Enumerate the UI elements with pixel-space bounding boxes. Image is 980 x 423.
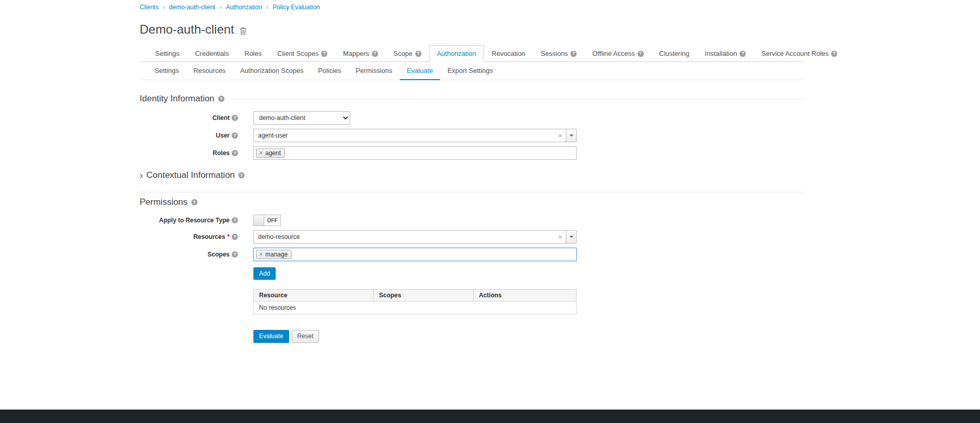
tab-label: Authorization (437, 50, 476, 57)
tab-label: Installation (705, 50, 737, 57)
column-header-actions: Actions (474, 290, 577, 301)
tab-roles[interactable]: Roles (237, 45, 269, 62)
tab-settings[interactable]: Settings (147, 45, 187, 62)
empty-row-cell: No resources (254, 301, 577, 314)
client-select[interactable]: demo-auth-client (253, 111, 350, 125)
tab-label: Mappers (343, 50, 369, 57)
tab-label: Service Account Roles (761, 50, 828, 57)
tab-label: Credentials (195, 50, 229, 57)
tab-scope[interactable]: Scope (386, 45, 429, 62)
help-icon[interactable] (232, 150, 238, 156)
help-icon[interactable] (232, 132, 238, 139)
add-button[interactable]: Add (253, 267, 276, 280)
help-icon[interactable] (372, 51, 378, 57)
evaluate-button[interactable]: Evaluate (253, 330, 289, 342)
help-icon[interactable] (570, 51, 577, 57)
subtab-resources[interactable]: Resources (186, 62, 233, 80)
tab-label: Clustering (659, 50, 690, 57)
apply-to-resource-type-row: Apply to Resource Type OFF (140, 215, 803, 226)
help-icon[interactable] (232, 115, 238, 121)
apply-to-resource-type-label: Apply to Resource Type (140, 217, 238, 224)
results-table: ResourceScopesActions No resources (253, 289, 577, 314)
remove-tag-icon[interactable] (259, 251, 263, 258)
breadcrumb-link-authorization[interactable]: Authorization (226, 4, 262, 11)
resources-field-row: Resources * demo-resource (140, 230, 803, 244)
help-icon[interactable] (321, 51, 327, 57)
user-label-text: User (216, 132, 230, 139)
help-icon[interactable] (232, 251, 238, 258)
main-tabs: SettingsCredentialsRolesClient ScopesMap… (140, 45, 803, 62)
help-icon[interactable] (191, 199, 198, 205)
column-header-scopes: Scopes (374, 290, 474, 301)
apply-to-resource-type-toggle[interactable]: OFF (253, 215, 281, 226)
help-icon[interactable] (740, 51, 746, 57)
subtab-evaluate[interactable]: Evaluate (400, 62, 441, 80)
tab-offline-access[interactable]: Offline Access (584, 45, 651, 62)
user-select[interactable]: agent-user (253, 129, 577, 142)
tab-label: Client Scopes (277, 50, 319, 57)
column-header-resource: Resource (254, 290, 374, 301)
empty-row: No resources (254, 301, 577, 314)
tag-manage: manage (256, 250, 292, 259)
help-icon[interactable] (638, 51, 644, 57)
subtab-settings[interactable]: Settings (147, 62, 186, 80)
contextual-section-title: Contextual Information (146, 170, 235, 180)
help-icon[interactable] (238, 172, 245, 178)
tab-authorization[interactable]: Authorization (429, 45, 484, 62)
user-dropdown-button[interactable] (566, 129, 576, 142)
toggle-handle[interactable] (254, 215, 264, 225)
remove-tag-icon[interactable] (259, 150, 263, 156)
results-table-body: No resources (254, 301, 577, 314)
resources-dropdown-button[interactable] (566, 231, 576, 243)
apply-to-resource-type-control: OFF (253, 215, 281, 226)
scopes-tag-input[interactable]: manage (253, 248, 577, 261)
subtab-permissions[interactable]: Permissions (349, 62, 400, 80)
contextual-section-header[interactable]: Contextual Information (140, 170, 803, 180)
resources-select[interactable]: demo-resource (253, 230, 577, 244)
scopes-label: Scopes (140, 251, 238, 258)
identity-section-title: Identity Information (140, 94, 215, 104)
reset-button[interactable]: Reset (292, 330, 319, 342)
results-table-head: ResourceScopesActions (254, 290, 577, 301)
clear-selection-icon[interactable] (558, 132, 562, 139)
help-icon[interactable] (831, 51, 837, 57)
content-area: Clientsdemo-auth-clientAuthorizationPoli… (140, 0, 803, 343)
breadcrumb-separator (163, 3, 165, 11)
clear-selection-icon[interactable] (558, 234, 562, 240)
tab-installation[interactable]: Installation (697, 45, 753, 62)
roles-label: Roles (140, 149, 238, 157)
resources-select-value: demo-resource (254, 233, 558, 240)
help-icon[interactable] (232, 217, 238, 223)
permissions-form: Apply to Resource Type OFF Resources * (140, 215, 803, 261)
help-icon[interactable] (232, 234, 238, 240)
scopes-control: manage (253, 248, 577, 261)
tab-mappers[interactable]: Mappers (335, 45, 386, 62)
tab-revocation[interactable]: Revocation (484, 45, 533, 62)
resources-label-text: Resources (193, 233, 225, 240)
user-field-row: User agent-user (140, 129, 803, 142)
client-field-row: Client demo-auth-client (140, 111, 803, 125)
breadcrumb-link-clients[interactable]: Clients (140, 4, 159, 11)
required-marker: * (227, 233, 230, 240)
delete-client-icon[interactable] (239, 27, 247, 35)
sub-tabs: SettingsResourcesAuthorization ScopesPol… (140, 62, 803, 80)
subtab-export-settings[interactable]: Export Settings (440, 62, 500, 80)
tab-service-account-roles[interactable]: Service Account Roles (753, 45, 845, 62)
toggle-state-label: OFF (264, 215, 280, 225)
breadcrumb-link-demo-auth-client[interactable]: demo-auth-client (169, 4, 215, 11)
tab-clustering[interactable]: Clustering (652, 45, 698, 62)
tab-label: Scope (394, 50, 413, 57)
subtab-authorization-scopes[interactable]: Authorization Scopes (233, 62, 311, 80)
tab-client-scopes[interactable]: Client Scopes (269, 45, 335, 62)
identity-section-header: Identity Information (140, 94, 803, 104)
roles-field-row: Roles agent (140, 146, 803, 160)
subtab-policies[interactable]: Policies (311, 62, 349, 80)
tab-credentials[interactable]: Credentials (187, 45, 237, 62)
help-icon[interactable] (218, 96, 224, 102)
help-icon[interactable] (415, 51, 421, 57)
roles-tag-input[interactable]: agent (253, 146, 577, 160)
tab-sessions[interactable]: Sessions (533, 45, 585, 62)
breadcrumb-link-policy-evaluation[interactable]: Policy Evaluation (273, 4, 320, 11)
tag-label: manage (265, 251, 288, 258)
tab-label: Roles (245, 50, 262, 57)
